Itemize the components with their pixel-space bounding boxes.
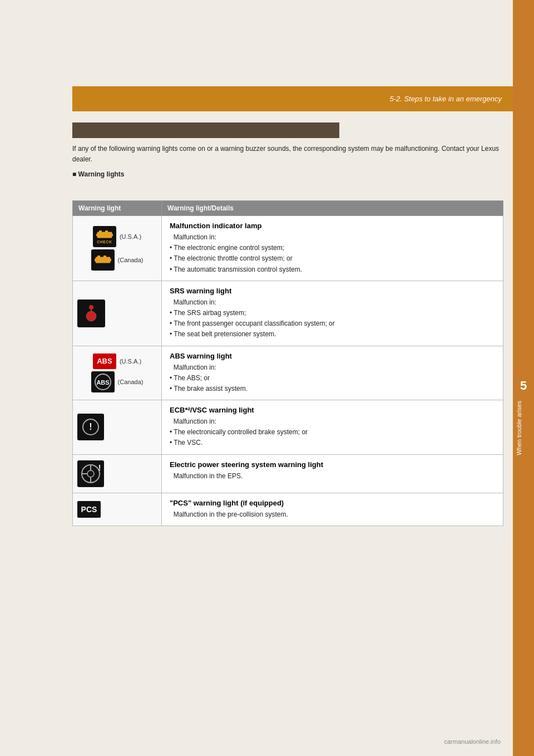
detail-subtitle-srs: Malfunction in: [170, 298, 216, 306]
table-row: ABS (U.S.A.) ABS (Canada) [73, 346, 503, 400]
icon-cell-abs: ABS (U.S.A.) ABS (Canada) [73, 346, 162, 400]
abs-canada-icon: ABS [93, 372, 113, 391]
col-header-light: Warning light [73, 201, 162, 216]
svg-rect-5 [96, 257, 110, 263]
detail-body-engine: Malfunction in: • The electronic engine … [170, 232, 495, 275]
detail-subtitle-eps: Malfunction in the EPS. [170, 472, 243, 480]
detail-bullet-1: • The electronic engine control system; [170, 244, 284, 252]
table-row: PCS "PCS" warning light (if equipped) Ma… [73, 493, 503, 526]
intro-line1: If any of the following warning lights c… [72, 144, 503, 165]
details-cell-eps: Electric power steering system warning l… [162, 454, 503, 493]
ecb-icon-box: ! [77, 414, 104, 440]
abs-canada-row: ABS (Canada) [91, 371, 144, 392]
engine-usa-row: CHECK (U.S.A.) [93, 226, 141, 247]
engine-check-icon [96, 229, 113, 240]
svg-text:!: ! [89, 422, 92, 431]
engine-canada-icon [95, 254, 111, 266]
details-cell-ecb: ECB*²/VSC warning light Malfunction in: … [162, 400, 503, 455]
icon-cell-ecb: ! [73, 400, 162, 455]
srs-icon [81, 303, 102, 324]
table-row: ! Electric power steering system warning… [73, 454, 503, 493]
icon-cell-engine: CHECK (U.S.A.) [73, 216, 162, 281]
watermark: carmanualonline.info [444, 738, 501, 745]
right-sidebar: 5 When trouble arises [513, 0, 534, 756]
detail-body-abs: Malfunction in: • The ABS; or • The brak… [170, 362, 495, 395]
abs-usa-row: ABS (U.S.A.) [93, 354, 141, 369]
abs-canada-icon-box: ABS [91, 371, 115, 392]
detail-bullet-srs-1: • The SRS airbag system; [170, 309, 246, 317]
table-row: ! ECB*²/VSC warning light Malfunction in… [73, 400, 503, 455]
icon-cell-eps: ! [73, 454, 162, 493]
details-cell-abs: ABS warning light Malfunction in: • The … [162, 346, 503, 400]
svg-text:!: ! [98, 463, 101, 472]
sidebar-chapter-number: 5 [513, 379, 534, 393]
abs-icon-wrapper: ABS (U.S.A.) ABS (Canada) [77, 354, 157, 392]
detail-title-srs: SRS warning light [170, 287, 495, 295]
svg-rect-9 [110, 259, 111, 261]
svg-rect-2 [105, 230, 108, 233]
engine-usa-icon-box: CHECK [93, 226, 116, 247]
icon-cell-srs [73, 281, 162, 346]
detail-title-engine: Malfunction indicator lamp [170, 222, 495, 230]
detail-bullet-abs-1: • The ABS; or [170, 374, 210, 382]
detail-title-abs: ABS warning light [170, 352, 495, 360]
detail-subtitle-pcs: Malfunction in the pre-collision system. [170, 510, 288, 518]
icon-cell-pcs: PCS [73, 493, 162, 526]
table-row: CHECK (U.S.A.) [73, 216, 503, 281]
details-cell-engine: Malfunction indicator lamp Malfunction i… [162, 216, 503, 281]
pcs-icon-box: PCS [77, 501, 101, 518]
detail-subtitle-abs: Malfunction in: [170, 364, 216, 371]
abs-usa-icon: ABS [93, 354, 116, 369]
warning-lights-table: Warning light Warning light/Details [72, 200, 503, 526]
abs-usa-label: (U.S.A.) [120, 358, 141, 365]
svg-rect-6 [97, 256, 100, 258]
section-header-bar: 5-2. Steps to take in an emergency [72, 86, 513, 111]
detail-title-eps: Electric power steering system warning l… [170, 460, 495, 469]
engine-icon-wrapper: CHECK (U.S.A.) [77, 226, 157, 271]
svg-rect-0 [97, 232, 112, 238]
engine-canada-row: (Canada) [91, 249, 144, 271]
detail-body-eps: Malfunction in the EPS. [170, 471, 495, 482]
detail-subtitle: Malfunction in: [170, 233, 216, 241]
detail-bullet-abs-2: • The brake assist system. [170, 385, 248, 392]
detail-bullet-srs-2: • The front passenger occupant classific… [170, 320, 335, 327]
svg-rect-8 [95, 259, 96, 261]
section-title: 5-2. Steps to take in an emergency [389, 95, 502, 103]
detail-title-pcs: "PCS" warning light (if equipped) [170, 499, 495, 507]
detail-body-ecb: Malfunction in: • The electronically con… [170, 416, 495, 449]
abs-canada-label: (Canada) [118, 379, 144, 385]
table-row: SRS warning light Malfunction in: • The … [73, 281, 503, 346]
canada-label: (Canada) [118, 257, 144, 263]
check-text: CHECK [97, 240, 112, 244]
details-cell-pcs: "PCS" warning light (if equipped) Malfun… [162, 493, 503, 526]
srs-icon-box [77, 300, 105, 327]
col-header-details: Warning light/Details [162, 201, 503, 216]
svg-rect-7 [103, 256, 106, 258]
sidebar-chapter-text: When trouble arises [516, 401, 531, 455]
warning-table-wrapper: Warning light Warning light/Details [72, 200, 503, 526]
detail-bullet-srs-3: • The seat belt pretensioner system. [170, 330, 276, 338]
intro-text-block: If any of the following warning lights c… [72, 144, 503, 180]
svg-rect-4 [111, 234, 113, 236]
details-cell-srs: SRS warning light Malfunction in: • The … [162, 281, 503, 346]
usa-label: (U.S.A.) [120, 233, 141, 240]
detail-subtitle-ecb: Malfunction in: [170, 418, 216, 425]
detail-bullet-ecb-2: • The VSC. [170, 439, 202, 446]
svg-text:ABS: ABS [96, 379, 109, 386]
ecb-vsc-icon: ! [80, 416, 101, 438]
engine-canada-icon-box [91, 249, 115, 271]
intro-line2: ■ Warning lights [72, 169, 503, 180]
detail-bullet-ecb-1: • The electronically controlled brake sy… [170, 428, 308, 436]
svg-rect-1 [99, 230, 102, 233]
detail-body-pcs: Malfunction in the pre-collision system. [170, 509, 495, 520]
subsection-header-bar [72, 122, 339, 138]
detail-body-srs: Malfunction in: • The SRS airbag system;… [170, 297, 495, 340]
svg-point-19 [87, 470, 94, 477]
detail-bullet-3: • The automatic transmission control sys… [170, 266, 302, 273]
detail-title-ecb: ECB*²/VSC warning light [170, 406, 495, 414]
svg-rect-3 [96, 234, 98, 236]
detail-bullet-2: • The electronic throttle control system… [170, 254, 293, 262]
eps-icon-box: ! [77, 460, 104, 487]
eps-icon: ! [78, 462, 103, 486]
svg-point-10 [89, 305, 93, 310]
